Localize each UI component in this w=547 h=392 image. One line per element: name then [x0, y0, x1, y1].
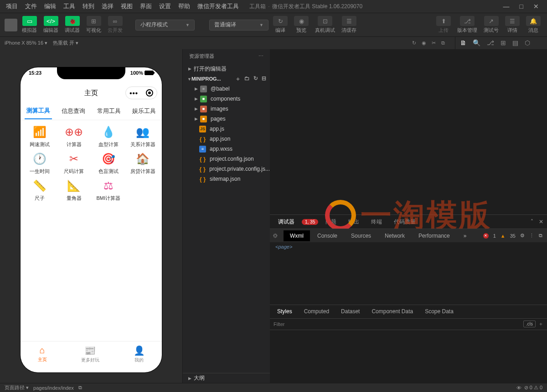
minimize-icon[interactable]: — [503, 3, 510, 10]
more-icon[interactable]: ⋯ [258, 53, 263, 59]
capsule-menu[interactable]: ••• [125, 87, 157, 99]
editor-button[interactable]: </>编辑器 [41, 15, 60, 35]
menu-item[interactable]: 选择 [98, 1, 117, 12]
compile-button[interactable]: ↻编译 [271, 15, 289, 35]
compile-mode-select[interactable]: 普通编译▼ [209, 20, 268, 31]
styles-tab[interactable]: Styles [272, 306, 298, 317]
new-file-icon[interactable]: ＋ [235, 75, 241, 83]
cut-icon[interactable]: ✂ [432, 40, 436, 46]
branch-icon[interactable]: ⎇ [487, 39, 494, 46]
project-root[interactable]: ▼MINIPROG...＋🗀↻⊟ [183, 74, 270, 84]
menu-item[interactable]: 项目 [3, 1, 21, 12]
visualize-button[interactable]: ⊞可视化 [84, 15, 103, 35]
gear-icon[interactable]: ⚙ [520, 233, 525, 239]
tool-item[interactable]: 🕐一生时间 [22, 152, 57, 175]
tool-item[interactable]: 👥关系计算器 [126, 125, 160, 148]
tabbar-more[interactable]: 📰更多好玩 [81, 345, 99, 363]
reload-toggle[interactable]: 热重载 开 ▾ [53, 40, 78, 46]
file[interactable]: { }app.json [183, 134, 270, 144]
page-path-label[interactable]: 页面路径 ▾ [5, 384, 29, 391]
tool-item[interactable]: 📏尺子 [22, 178, 57, 202]
menu-item[interactable]: 视图 [118, 1, 136, 12]
version-button[interactable]: ⎇版本管理 [455, 15, 479, 35]
menu-item[interactable]: 帮助 [175, 1, 193, 12]
element-picker-icon[interactable]: ⯐ [273, 233, 278, 239]
cls-toggle[interactable]: .cls [523, 321, 536, 327]
folder[interactable]: ▶■pages [183, 114, 270, 124]
tool-item[interactable]: ✂尺码计算 [57, 152, 92, 175]
scopedata-tab[interactable]: Scope Data [419, 306, 459, 317]
upload-button[interactable]: ⬆上传 [434, 15, 453, 35]
close-ring-icon[interactable] [146, 89, 153, 97]
filter-input[interactable]: Filter [274, 321, 284, 327]
tabbar-home[interactable]: ⌂主页 [38, 345, 47, 363]
file[interactable]: { }sitemap.json [183, 174, 270, 184]
kebab-icon[interactable]: ⋮ [529, 233, 534, 239]
folder[interactable]: ▶■images [183, 104, 270, 114]
new-folder-icon[interactable]: 🗀 [244, 75, 250, 83]
add-style-icon[interactable]: ＋ [538, 321, 543, 327]
plugin-icon[interactable]: ⬡ [525, 39, 530, 46]
compdata-tab[interactable]: Component Data [366, 306, 418, 317]
extensions-icon[interactable]: ⊞ [501, 39, 506, 46]
more-icon[interactable]: ••• [129, 89, 138, 97]
outline[interactable]: ▶大纲 [183, 373, 270, 383]
dataset-tab[interactable]: Dataset [335, 306, 365, 317]
tool-item[interactable]: 📶网速测试 [22, 125, 57, 148]
file[interactable]: { }project.private.config.js... [183, 164, 270, 174]
db-icon[interactable]: ▤ [512, 39, 518, 46]
folder[interactable]: ▶■components [183, 94, 270, 104]
debugger-button[interactable]: 🐞调试器 [63, 15, 82, 35]
maximize-icon[interactable]: □ [520, 3, 523, 10]
avatar[interactable] [5, 19, 17, 31]
detail-button[interactable]: ☰详情 [503, 15, 521, 35]
phone-tab[interactable]: 信息查询 [60, 103, 87, 119]
tab-debugger[interactable]: 调试器 [274, 216, 299, 228]
menu-item[interactable]: 工具 [60, 1, 78, 12]
mode-select[interactable]: 小程序模式▼ [135, 20, 195, 31]
devtab-network[interactable]: Network [378, 230, 411, 241]
tool-item[interactable]: ⊕⊕计算器 [57, 125, 92, 148]
record-icon[interactable]: ◉ [422, 40, 426, 46]
files-icon[interactable]: 🗎 [460, 39, 466, 46]
collapse-icon[interactable]: ⊟ [262, 75, 266, 83]
devtab-console[interactable]: Console [311, 230, 344, 241]
tab-quality[interactable]: 代码质量 [389, 216, 420, 228]
phone-tab[interactable]: 娱乐工具 [130, 103, 158, 119]
simulator-button[interactable]: ▭模拟器 [20, 15, 39, 35]
close-icon[interactable]: ✕ [533, 3, 539, 10]
tool-item[interactable]: 📐量角器 [57, 178, 92, 202]
menu-item[interactable]: 编辑 [41, 1, 59, 12]
refresh-icon[interactable]: ↻ [253, 75, 258, 83]
popout-icon[interactable]: ⧉ [441, 40, 445, 46]
tool-item[interactable]: ⚖BMI计算器 [91, 178, 126, 202]
remote-debug-button[interactable]: ⊡真机调试 [313, 15, 337, 35]
tab-terminal[interactable]: 终端 [366, 216, 387, 228]
status-errors[interactable]: ⊘ 0 ⚠ 0 [524, 385, 542, 391]
tabbar-me[interactable]: 👤我的 [134, 345, 145, 363]
hide-icon[interactable]: 👁 [516, 385, 521, 391]
device-select[interactable]: iPhone X 85% 16 ▾ [5, 40, 47, 46]
copy-icon[interactable]: ⧉ [78, 385, 82, 391]
refresh-icon[interactable]: ↻ [412, 40, 416, 46]
file[interactable]: { }project.config.json [183, 154, 270, 164]
menu-item[interactable]: 文件 [22, 1, 40, 12]
cloud-button[interactable]: ∞云开发 [106, 15, 124, 35]
file[interactable]: ≡app.wxss [183, 144, 270, 154]
tab-problems[interactable]: 问题 [321, 216, 341, 228]
devtab-sources[interactable]: Sources [345, 230, 377, 241]
devtab-performance[interactable]: Performance [412, 230, 456, 241]
devtab-wxml[interactable]: Wxml [284, 230, 310, 241]
folder[interactable]: ▶■@babel [183, 84, 270, 94]
menu-item[interactable]: 界面 [137, 1, 155, 12]
phone-tab[interactable]: 测算工具 [25, 103, 52, 119]
computed-tab[interactable]: Computed [299, 306, 335, 317]
open-editors[interactable]: ▶打开的编辑器 [183, 64, 270, 74]
menu-item[interactable]: 微信开发者工具 [194, 1, 242, 12]
menu-item[interactable]: 转到 [79, 1, 98, 12]
test-button[interactable]: ↗测试号 [482, 15, 501, 35]
tool-item[interactable]: 🏠房贷计算器 [126, 152, 160, 175]
dock-icon[interactable]: ⧉ [539, 233, 542, 239]
phone-tab[interactable]: 常用工具 [95, 103, 123, 119]
tool-item[interactable]: 💧血型计算 [91, 125, 126, 148]
